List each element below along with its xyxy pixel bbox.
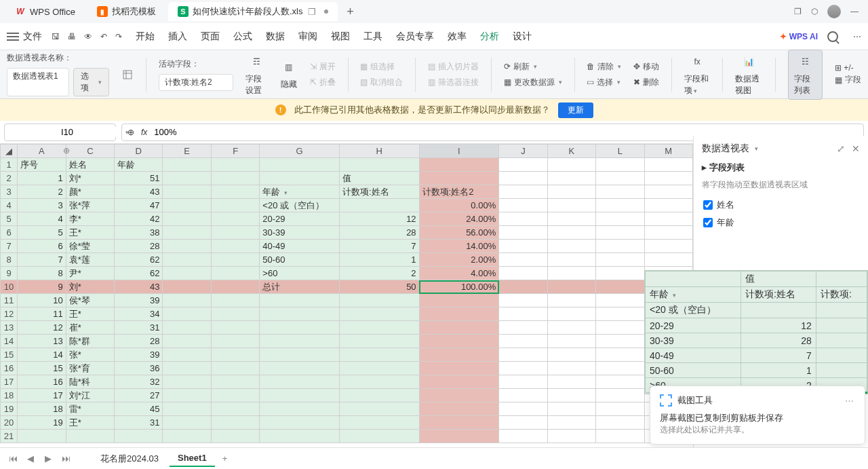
cell[interactable]: 雷*: [66, 402, 114, 416]
cell[interactable]: 刘*江: [66, 389, 114, 402]
cell[interactable]: 值: [339, 172, 419, 185]
name-box-input[interactable]: [10, 127, 124, 137]
cell[interactable]: [211, 362, 259, 375]
cell[interactable]: 43: [115, 280, 163, 294]
cell[interactable]: 2: [339, 267, 419, 280]
cell[interactable]: 30-39: [260, 226, 340, 240]
cell[interactable]: [339, 335, 419, 348]
print-icon[interactable]: 🖶: [68, 32, 76, 41]
undo-icon[interactable]: ↶: [100, 32, 107, 41]
menu-tab-数据[interactable]: 数据: [266, 31, 285, 43]
cell[interactable]: 40-49: [260, 240, 340, 253]
cell[interactable]: 56.00%: [419, 226, 499, 240]
close-icon[interactable]: ✕: [852, 143, 860, 154]
cell[interactable]: [547, 240, 595, 253]
cell[interactable]: [163, 416, 211, 430]
window-duplicate-icon[interactable]: ❐: [307, 6, 317, 17]
cell[interactable]: [499, 402, 547, 416]
cell[interactable]: 32: [115, 375, 163, 389]
field-settings-icon[interactable]: ☶: [248, 53, 265, 71]
menu-tab-设计[interactable]: 设计: [513, 31, 532, 43]
cell[interactable]: [547, 212, 595, 226]
cell[interactable]: [547, 348, 595, 362]
cell[interactable]: 姓名: [66, 158, 114, 172]
refresh-button[interactable]: ⟳ 刷新▾: [504, 61, 562, 73]
row-header[interactable]: 13: [1, 321, 18, 335]
cell[interactable]: [499, 199, 547, 212]
cell[interactable]: [339, 362, 419, 375]
row-header[interactable]: 14: [1, 335, 18, 348]
change-src-button[interactable]: ▦ 更改数据源▾: [504, 77, 562, 88]
col-header[interactable]: D: [115, 145, 163, 158]
cell[interactable]: [596, 402, 644, 416]
cell[interactable]: 3: [18, 199, 66, 212]
cell[interactable]: 31: [115, 321, 163, 335]
cell[interactable]: 陈*群: [66, 335, 114, 348]
chat-icon[interactable]: ⋯: [853, 32, 861, 41]
more-icon[interactable]: ⋯: [845, 396, 855, 406]
plus-minus-button[interactable]: ⊞ +/-: [835, 63, 861, 73]
cell[interactable]: [547, 335, 595, 348]
menu-tab-开始[interactable]: 开始: [136, 31, 155, 43]
cell[interactable]: [419, 294, 499, 307]
cell[interactable]: 袁*莲: [66, 253, 114, 267]
zoom-fit-icon[interactable]: ⊕: [127, 128, 134, 137]
cell[interactable]: 张*育: [66, 362, 114, 375]
cell[interactable]: 100.00%: [419, 280, 499, 294]
cell[interactable]: [596, 430, 644, 443]
pivot-icon[interactable]: [121, 66, 134, 83]
cell[interactable]: >60: [260, 267, 340, 280]
cell[interactable]: [339, 158, 419, 172]
cell[interactable]: 36: [115, 362, 163, 375]
field-btn2[interactable]: ▦ 字段: [835, 74, 861, 86]
cell[interactable]: [339, 389, 419, 402]
cell[interactable]: 62: [115, 267, 163, 280]
cell[interactable]: [547, 172, 595, 185]
cell[interactable]: 38: [115, 226, 163, 240]
cell[interactable]: 侯*琴: [66, 294, 114, 307]
cell[interactable]: [499, 348, 547, 362]
dropdown-icon[interactable]: ▾: [673, 292, 676, 299]
wps-ai-button[interactable]: ✦WPS AI: [780, 32, 818, 41]
cell[interactable]: [596, 158, 644, 172]
cell[interactable]: 徐*莹: [66, 240, 114, 253]
cell[interactable]: [115, 430, 163, 443]
cell[interactable]: 39: [115, 348, 163, 362]
cell[interactable]: [260, 172, 340, 185]
cell[interactable]: [419, 402, 499, 416]
cell[interactable]: 31: [115, 416, 163, 430]
cell[interactable]: [596, 267, 644, 280]
cell[interactable]: 8: [18, 267, 66, 280]
row-header[interactable]: 11: [1, 294, 18, 307]
cell[interactable]: 2: [18, 185, 66, 199]
col-header[interactable]: H: [339, 145, 419, 158]
cell[interactable]: [419, 158, 499, 172]
cell[interactable]: [499, 321, 547, 335]
cell[interactable]: [644, 185, 693, 199]
cell[interactable]: [499, 307, 547, 321]
cell[interactable]: [339, 416, 419, 430]
cell[interactable]: 14: [18, 348, 66, 362]
cell[interactable]: 7: [18, 253, 66, 267]
cell[interactable]: 1: [339, 253, 419, 267]
cell[interactable]: 张*萍: [66, 199, 114, 212]
row-header[interactable]: 3: [1, 185, 18, 199]
cell[interactable]: [419, 416, 499, 430]
cell[interactable]: [211, 416, 259, 430]
cube-icon[interactable]: ⬡: [811, 7, 818, 16]
cell[interactable]: [419, 430, 499, 443]
cell[interactable]: [644, 199, 693, 212]
fx-icon[interactable]: fx: [141, 128, 147, 137]
cell[interactable]: [499, 362, 547, 375]
cell[interactable]: [260, 416, 340, 430]
add-sheet-button[interactable]: +: [218, 451, 233, 466]
new-tab-button[interactable]: +: [340, 2, 359, 21]
cell[interactable]: 7: [339, 240, 419, 253]
cell[interactable]: [260, 335, 340, 348]
sheet-tab[interactable]: Sheet1: [170, 450, 215, 467]
cell[interactable]: [339, 402, 419, 416]
cell[interactable]: [163, 402, 211, 416]
cell[interactable]: [499, 185, 547, 199]
row-header[interactable]: 21: [1, 430, 18, 443]
cell[interactable]: [163, 199, 211, 212]
